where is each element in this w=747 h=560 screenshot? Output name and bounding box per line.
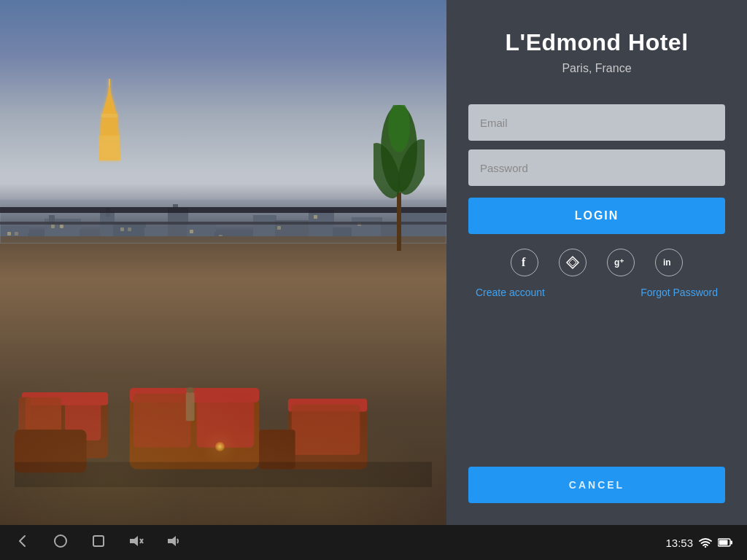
svg-text:g⁺: g⁺: [614, 257, 624, 268]
svg-rect-75: [93, 536, 104, 546]
svg-marker-76: [130, 536, 138, 546]
svg-text:f: f: [522, 256, 526, 268]
eiffel-tower-icon: [98, 79, 120, 166]
login-form: [468, 104, 725, 186]
svg-marker-4: [98, 139, 120, 159]
nav-icons: [15, 533, 182, 553]
status-bar: 13:53: [0, 525, 747, 560]
hotel-location: Paris, France: [562, 62, 631, 75]
svg-rect-39: [397, 192, 401, 251]
create-account-link[interactable]: Create account: [476, 287, 545, 298]
svg-marker-79: [168, 536, 176, 546]
candle-light: [214, 441, 225, 452]
back-icon[interactable]: [15, 533, 31, 553]
links-row: Create account Forgot Password: [468, 287, 725, 298]
svg-rect-68: [15, 462, 432, 488]
svg-point-74: [55, 535, 66, 547]
wifi-icon: [699, 537, 712, 548]
svg-rect-64: [292, 405, 360, 455]
home-icon[interactable]: [53, 533, 69, 553]
social-icons-row: f g⁺ in: [511, 249, 683, 276]
forgot-password-link[interactable]: Forgot Password: [640, 287, 718, 298]
svg-rect-82: [731, 541, 733, 545]
furniture: [0, 270, 446, 489]
googleplus-icon[interactable]: g⁺: [607, 249, 635, 276]
svg-rect-83: [719, 540, 728, 545]
svg-rect-66: [186, 392, 195, 421]
recents-icon[interactable]: [90, 533, 107, 553]
svg-rect-5: [98, 158, 120, 160]
email-field[interactable]: [468, 104, 725, 141]
svg-rect-60: [133, 394, 191, 448]
cancel-button[interactable]: CANCEL: [468, 467, 725, 503]
battery-icon: [718, 538, 732, 547]
svg-point-67: [186, 387, 195, 393]
login-panel: L'Edmond Hotel Paris, France LOGIN f: [446, 0, 747, 525]
svg-rect-1: [101, 114, 117, 117]
photo-panel: [0, 0, 446, 525]
svg-point-80: [705, 546, 706, 548]
status-right: 13:53: [665, 537, 732, 549]
volume-mute-icon[interactable]: [128, 533, 144, 553]
svg-marker-2: [100, 117, 119, 137]
svg-rect-6: [109, 79, 110, 86]
time-display: 13:53: [665, 537, 693, 549]
layer-icon[interactable]: [559, 249, 587, 276]
volume-low-icon[interactable]: [166, 533, 182, 553]
login-button[interactable]: LOGIN: [468, 198, 725, 234]
hotel-name: L'Edmond Hotel: [505, 29, 688, 56]
password-field[interactable]: [468, 149, 725, 186]
svg-text:in: in: [663, 257, 671, 268]
linkedin-icon[interactable]: in: [655, 249, 683, 276]
svg-rect-61: [197, 394, 255, 448]
plant: [374, 105, 425, 254]
svg-rect-3: [99, 136, 120, 139]
facebook-icon[interactable]: f: [511, 249, 538, 276]
